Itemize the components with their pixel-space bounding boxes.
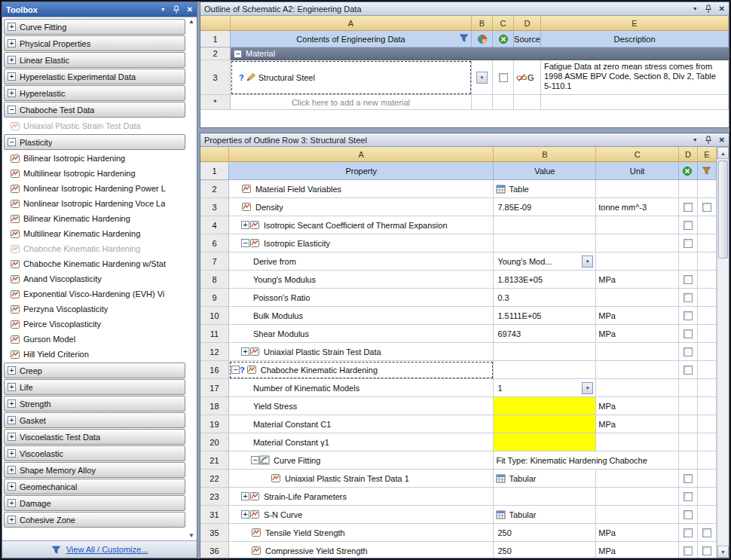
expand-icon[interactable]: + [8, 449, 16, 457]
property-value-cell[interactable]: 250 [494, 524, 596, 542]
column-header-b[interactable]: B [472, 16, 493, 31]
suppress-checkbox[interactable] [684, 528, 693, 537]
checkbox[interactable] [702, 203, 711, 212]
pin-icon[interactable] [705, 5, 712, 14]
property-name-cell[interactable]: Derive from [229, 252, 494, 271]
expand-icon[interactable]: + [8, 383, 16, 391]
scroll-down-button[interactable]: ▼ [717, 546, 729, 558]
property-name-cell[interactable]: Number of Kinematic Models [229, 379, 494, 397]
property-value-cell[interactable] [494, 343, 596, 361]
toolbox-item-anand-viscoplasticity[interactable]: Anand Viscoplasticity [2, 271, 187, 286]
expand-icon[interactable]: + [8, 516, 16, 524]
toolbox-item-bilinear-kinematic-hardening[interactable]: Bilinear Kinematic Hardening [2, 211, 187, 226]
toolbox-section-shape-memory-alloy[interactable]: +Shape Memory Alloy [4, 462, 185, 478]
property-value-cell[interactable]: Table [494, 180, 596, 198]
column-header-c[interactable]: C [596, 147, 679, 162]
suppress-checkbox[interactable] [684, 347, 693, 357]
column-header-e[interactable]: E [541, 16, 729, 31]
toolbox-item-perzyna-viscoplasticity[interactable]: Perzyna Viscoplasticity [2, 301, 187, 317]
toolbox-section-viscoelastic-test-data[interactable]: +Viscoelastic Test Data [4, 429, 185, 445]
toolbox-section-cohesive-zone[interactable]: +Cohesive Zone [4, 512, 185, 528]
property-value-cell[interactable]: 1▼ [494, 379, 596, 397]
property-name-cell[interactable]: Tensile Yield Strength [229, 524, 494, 542]
collapse-icon[interactable]: − [234, 50, 242, 58]
suppress-checkbox[interactable] [684, 492, 693, 501]
suppress-checkbox[interactable] [684, 293, 693, 302]
pin-icon[interactable] [173, 5, 180, 14]
suppress-checkbox[interactable] [684, 275, 693, 284]
material-checkbox[interactable] [499, 73, 508, 82]
property-value-cell[interactable] [494, 234, 596, 252]
expand-icon[interactable]: + [8, 89, 16, 97]
toolbox-section-gasket[interactable]: +Gasket [4, 412, 185, 428]
scroll-up-button[interactable]: ▲ [717, 147, 729, 159]
expand-icon[interactable]: + [241, 347, 249, 356]
expand-icon[interactable]: + [8, 72, 16, 81]
expand-icon[interactable]: + [8, 39, 16, 47]
column-header-a[interactable]: A [229, 147, 494, 162]
collapse-icon[interactable]: − [8, 106, 16, 114]
panel-menu-icon[interactable]: ▼ [693, 6, 698, 11]
toolbox-section-damage[interactable]: +Damage [4, 495, 185, 511]
suppress-checkbox[interactable] [684, 510, 693, 519]
panel-menu-icon[interactable]: ▼ [693, 137, 698, 142]
toolbox-section-viscoelastic[interactable]: +Viscoelastic [4, 445, 185, 461]
property-value-cell[interactable] [494, 415, 596, 433]
dropdown-button[interactable]: ▼ [582, 382, 593, 394]
property-value-cell[interactable] [494, 397, 596, 415]
toolbox-section-hyperelastic[interactable]: +Hyperelastic [4, 85, 185, 101]
scroll-down-icon[interactable]: ▼ [188, 533, 194, 539]
expand-icon[interactable]: + [8, 499, 16, 507]
toolbox-section-hyperelastic-experimental-data[interactable]: +Hyperelastic Experimental Data [4, 69, 185, 84]
property-value-cell[interactable]: 69743 [494, 325, 596, 343]
property-name-cell[interactable]: Bulk Modulus [229, 307, 494, 325]
suppress-checkbox[interactable] [684, 546, 693, 555]
toolbox-section-geomechanical[interactable]: +Geomechanical [4, 479, 185, 494]
toolbox-item-nonlinear-isotropic-hardening-voce-la[interactable]: Nonlinear Isotropic Hardening Voce La [2, 196, 187, 211]
toolbox-section-curve-fitting[interactable]: +Curve Fitting [4, 19, 185, 35]
expand-icon[interactable]: + [8, 433, 16, 441]
toolbox-section-physical-properties[interactable]: +Physical Properties [4, 35, 185, 51]
suppress-checkbox[interactable] [684, 474, 693, 483]
property-value-cell[interactable] [494, 488, 596, 506]
close-icon[interactable]: ✕ [719, 136, 725, 144]
property-name-cell[interactable]: Young's Modulus [229, 271, 494, 289]
properties-scrollbar[interactable]: ▲ ▼ [717, 147, 729, 558]
suppress-checkbox[interactable] [684, 329, 693, 338]
checkbox[interactable] [702, 528, 711, 537]
expand-icon[interactable]: + [8, 416, 16, 424]
expand-icon[interactable]: + [8, 23, 16, 31]
toolbox-item-gurson-model[interactable]: Gurson Model [2, 332, 187, 347]
property-value-cell[interactable] [494, 361, 596, 379]
property-value-cell[interactable]: 1.8133E+05 [494, 271, 596, 289]
property-name-cell[interactable]: +Uniaxial Plastic Strain Test Data [229, 343, 494, 361]
toolbox-item-peirce-viscoplasticity[interactable]: Peirce Viscoplasticity [2, 317, 187, 332]
property-name-cell[interactable]: Material Constant C1 [229, 415, 494, 433]
collapse-icon[interactable]: − [8, 138, 16, 146]
add-material-cell[interactable]: Click here to add a new material [231, 95, 472, 110]
toolbox-item-bilinear-isotropic-hardening[interactable]: Bilinear Isotropic Hardening [2, 151, 187, 166]
expand-icon[interactable]: + [8, 466, 16, 474]
toolbox-section-linear-elastic[interactable]: +Linear Elastic [4, 52, 185, 68]
column-header-d[interactable]: D [514, 16, 541, 31]
toolbox-section-strength[interactable]: +Strength [4, 396, 185, 412]
toolbox-item-multilinear-kinematic-hardening[interactable]: Multilinear Kinematic Hardening [2, 226, 187, 241]
close-icon[interactable]: ✕ [187, 6, 193, 14]
panel-menu-icon[interactable]: ▼ [161, 7, 166, 12]
suppress-checkbox[interactable] [684, 311, 693, 320]
material-name-cell[interactable]: ? Structural Steel [231, 60, 472, 95]
expand-icon[interactable]: + [241, 510, 249, 519]
property-value-cell[interactable]: 0.3 [494, 289, 596, 307]
collapse-icon[interactable]: − [241, 239, 249, 247]
column-header-b[interactable]: B [494, 147, 596, 162]
collapse-icon[interactable]: − [251, 456, 259, 464]
toolbox-section-creep[interactable]: +Creep [4, 363, 185, 378]
expand-icon[interactable]: + [8, 366, 16, 375]
toolbox-section-life[interactable]: +Life [4, 379, 185, 395]
property-value-cell[interactable] [494, 433, 596, 451]
toolbox-section-plasticity[interactable]: −Plasticity [4, 134, 185, 150]
scroll-track[interactable] [717, 159, 729, 546]
property-value-cell[interactable]: 7.85E-09 [494, 198, 596, 216]
property-name-cell[interactable]: +Isotropic Secant Coefficient of Thermal… [229, 216, 494, 234]
expand-icon[interactable]: + [8, 56, 16, 64]
